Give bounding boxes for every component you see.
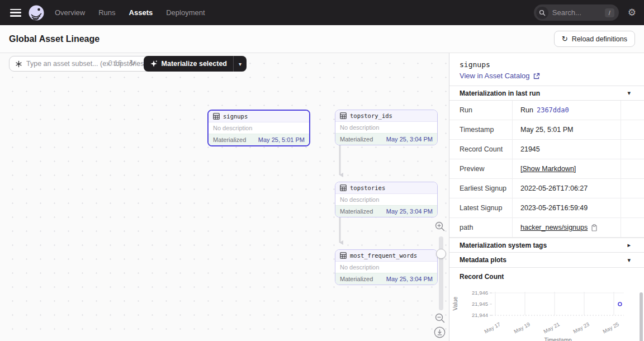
svg-text:Value: Value bbox=[452, 296, 458, 310]
asset-graph-panel[interactable]: 0:16 ↻ Materialize selected ▾ bbox=[0, 53, 449, 341]
materialization-status: Materialized bbox=[213, 136, 246, 143]
hamburger-menu-icon[interactable] bbox=[10, 9, 21, 17]
dagster-logo-icon[interactable] bbox=[28, 4, 45, 21]
table-icon bbox=[213, 113, 220, 120]
materialize-dropdown-caret[interactable]: ▾ bbox=[234, 61, 247, 67]
page-title: Global Asset Lineage bbox=[9, 34, 100, 44]
main-area: 0:16 ↻ Materialize selected ▾ bbox=[0, 53, 644, 341]
reload-definitions-button[interactable]: ↻ Reload definitions bbox=[554, 31, 635, 47]
run-id-link[interactable]: 2367dda0 bbox=[537, 106, 569, 114]
top-nav: OverviewRunsAssetsDeployment Search... /… bbox=[0, 0, 644, 25]
detail-value: May 25, 5:01 PM bbox=[520, 126, 574, 134]
detail-row-preview: Preview[Show Markdown] bbox=[449, 159, 644, 179]
section-metadata-plots[interactable]: Metadata plots ▾ bbox=[449, 253, 644, 268]
search-input[interactable]: Search... / bbox=[534, 4, 619, 21]
asset-node-topstory_ids[interactable]: topstory_idsNo descriptionMaterializedMa… bbox=[335, 110, 438, 145]
view-in-asset-catalog-link[interactable]: View in Asset Catalog bbox=[460, 72, 634, 80]
zoom-slider-handle[interactable] bbox=[436, 249, 446, 259]
detail-value: 2023-05-26T16:59:49 bbox=[520, 204, 588, 212]
asset-node-most_frequent_words[interactable]: most_frequent_wordsNo descriptionMateria… bbox=[335, 249, 438, 285]
detail-label: path bbox=[449, 218, 513, 237]
materialization-timestamp[interactable]: May 25, 3:04 PM bbox=[386, 208, 433, 215]
path-link[interactable]: hacker_news/signups bbox=[520, 224, 588, 231]
asset-node-description: No description bbox=[335, 122, 437, 133]
materialization-timestamp[interactable]: May 25, 3:04 PM bbox=[386, 136, 433, 143]
detail-label: Run bbox=[449, 101, 513, 120]
materialization-timestamp[interactable]: May 25, 3:04 PM bbox=[386, 276, 433, 282]
asset-node-materialization: MaterializedMay 25, 3:04 PM bbox=[335, 133, 437, 145]
asset-node-name: most_frequent_words bbox=[350, 252, 417, 259]
asset-node-topstories[interactable]: topstoriesNo descriptionMaterializedMay … bbox=[335, 182, 438, 217]
asset-node-name: topstories bbox=[350, 184, 385, 191]
nav-tabs: OverviewRunsAssetsDeployment bbox=[55, 8, 205, 17]
scatter-plot: May 17May 19May 21May 23May 2521,94621,9… bbox=[451, 282, 643, 341]
section-last-run-label: Materialization in last run bbox=[460, 89, 540, 97]
detail-row-path: pathhacker_news/signups bbox=[449, 218, 644, 238]
section-materialization-last-run[interactable]: Materialization in last run ▾ bbox=[449, 86, 644, 101]
asset-subset-filter[interactable] bbox=[9, 56, 165, 72]
svg-text:21,944: 21,944 bbox=[472, 312, 488, 318]
materialization-status: Materialized bbox=[340, 208, 373, 215]
asset-node-materialization: MaterializedMay 25, 3:04 PM bbox=[335, 273, 437, 285]
asset-node-materialization: MaterializedMay 25, 5:01 PM bbox=[209, 134, 309, 145]
data-point[interactable] bbox=[618, 302, 622, 306]
asset-subset-input[interactable] bbox=[26, 60, 159, 68]
svg-text:21,945: 21,945 bbox=[472, 301, 488, 307]
run-prefix: Run bbox=[520, 106, 533, 114]
settings-gear-icon[interactable]: ⚙ bbox=[628, 8, 636, 17]
asset-node-header: signups bbox=[209, 111, 309, 122]
copy-clipboard-icon[interactable] bbox=[591, 224, 598, 231]
refresh-timer: 0:16 bbox=[108, 59, 122, 67]
asset-node-header: topstory_ids bbox=[335, 110, 437, 122]
zoom-slider-track[interactable] bbox=[439, 236, 443, 310]
reload-definitions-label: Reload definitions bbox=[572, 35, 627, 43]
zoom-in-icon[interactable] bbox=[434, 221, 446, 232]
sidebar-scrollbar[interactable] bbox=[640, 292, 643, 341]
svg-text:21,946: 21,946 bbox=[472, 290, 488, 296]
section-metadata-plots-label: Metadata plots bbox=[460, 256, 506, 264]
external-link-icon bbox=[533, 73, 540, 79]
tab-runs[interactable]: Runs bbox=[98, 8, 115, 17]
detail-spare-cell bbox=[621, 101, 644, 120]
detail-row-run: RunRun 2367dda0 bbox=[449, 101, 644, 120]
section-system-tags-label: Materialization system tags bbox=[460, 241, 547, 249]
svg-text:May 21: May 21 bbox=[542, 321, 561, 334]
zoom-out-icon[interactable] bbox=[434, 312, 446, 324]
materialize-selected-label: Materialize selected bbox=[162, 60, 227, 68]
table-icon bbox=[340, 184, 347, 191]
tab-overview[interactable]: Overview bbox=[55, 8, 85, 17]
asset-node-description: No description bbox=[209, 122, 309, 134]
zoom-to-fit-icon[interactable] bbox=[434, 326, 446, 338]
search-shortcut-badge: / bbox=[605, 8, 614, 17]
section-system-tags[interactable]: Materialization system tags ▸ bbox=[449, 238, 644, 253]
detail-label: Latest Signup bbox=[449, 198, 513, 217]
detail-spare-cell bbox=[621, 140, 644, 159]
detail-row-latest-signup: Latest Signup2023-05-26T16:59:49 bbox=[449, 198, 644, 218]
asset-details-sidebar: signups View in Asset Catalog Materializ… bbox=[449, 53, 644, 341]
materialization-status: Materialized bbox=[340, 276, 373, 282]
asset-node-signups[interactable]: signupsNo descriptionMaterializedMay 25,… bbox=[207, 110, 310, 146]
detail-label: Record Count bbox=[449, 140, 513, 159]
refresh-icon[interactable]: ↻ bbox=[129, 58, 136, 67]
asset-node-description: No description bbox=[335, 262, 437, 273]
graph-toolbar: 0:16 ↻ Materialize selected ▾ bbox=[0, 56, 449, 72]
detail-spare-cell bbox=[621, 159, 644, 178]
svg-text:May 19: May 19 bbox=[513, 321, 531, 334]
svg-text:May 17: May 17 bbox=[483, 321, 501, 334]
detail-row-timestamp: TimestampMay 25, 5:01 PM bbox=[449, 120, 644, 140]
chevron-down-icon: ▾ bbox=[627, 257, 631, 264]
sparkle-icon bbox=[150, 60, 158, 68]
detail-row-record-count: Record Count21945 bbox=[449, 140, 644, 159]
materialization-timestamp[interactable]: May 25, 5:01 PM bbox=[258, 136, 305, 143]
asset-node-name: topstory_ids bbox=[350, 112, 392, 119]
show-markdown-link[interactable]: [Show Markdown] bbox=[520, 165, 576, 173]
materialize-selected-button[interactable]: Materialize selected ▾ bbox=[144, 56, 247, 72]
detail-row-earliest-signup: Earliest Signup2022-05-26T17:06:27 bbox=[449, 179, 644, 198]
detail-label: Timestamp bbox=[449, 120, 513, 139]
page-header: Global Asset Lineage ↻ Reload definition… bbox=[0, 25, 644, 53]
asset-node-header: most_frequent_words bbox=[335, 250, 437, 262]
tab-deployment[interactable]: Deployment bbox=[166, 8, 205, 17]
tab-assets[interactable]: Assets bbox=[129, 8, 153, 17]
chevron-down-icon: ▾ bbox=[627, 89, 631, 97]
asset-node-description: No description bbox=[335, 194, 437, 205]
